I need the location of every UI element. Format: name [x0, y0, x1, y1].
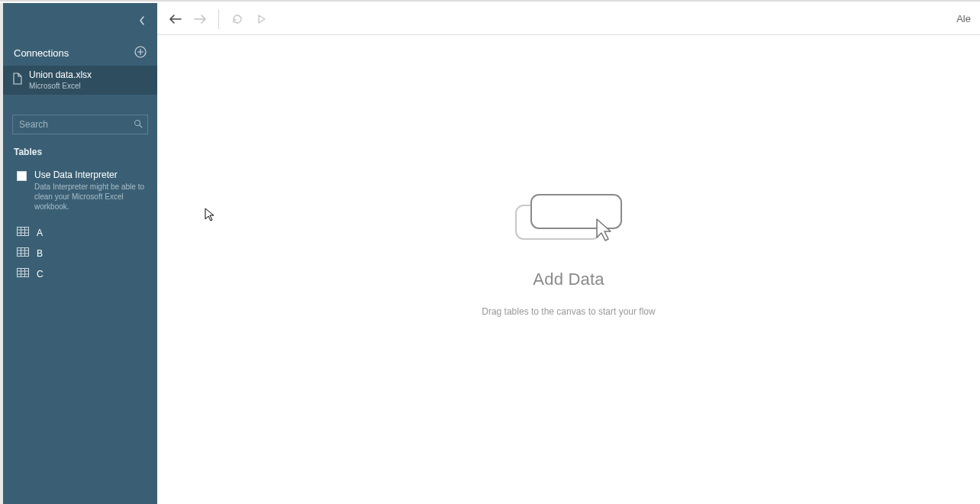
table-list: A B C	[3, 218, 157, 289]
add-connection-button[interactable]	[134, 46, 147, 60]
data-interpreter-option[interactable]: Use Data Interpreter Data Interpreter mi…	[3, 162, 157, 218]
connection-title: Union data.xlsx	[29, 70, 92, 81]
connections-header: Connections	[3, 40, 157, 66]
sidebar: Connections Union data.xlsx Microsoft Ex…	[3, 3, 157, 504]
table-item-a[interactable]: A	[3, 222, 157, 243]
run-button[interactable]	[253, 10, 271, 28]
svg-rect-2	[18, 228, 29, 236]
alerts-label[interactable]: Ale	[956, 13, 971, 24]
table-name: B	[37, 248, 43, 259]
table-name: A	[37, 228, 43, 238]
connection-item[interactable]: Union data.xlsx Microsoft Excel	[3, 66, 157, 95]
table-icon	[17, 247, 29, 259]
canvas-subtitle: Drag tables to the canvas to start your …	[482, 306, 655, 317]
data-interpreter-text: Use Data Interpreter Data Interpreter mi…	[34, 170, 147, 212]
file-icon	[12, 73, 23, 88]
table-icon	[17, 227, 29, 238]
checkbox-icon[interactable]	[17, 171, 27, 181]
forward-button[interactable]	[191, 10, 209, 28]
search-icon	[134, 118, 143, 131]
refresh-button[interactable]	[228, 10, 247, 28]
search-input[interactable]	[19, 119, 134, 130]
svg-point-1	[135, 121, 140, 126]
connection-text: Union data.xlsx Microsoft Excel	[29, 70, 92, 90]
toolbar-separator	[218, 9, 219, 29]
search-wrap	[3, 105, 157, 142]
connection-subtitle: Microsoft Excel	[29, 82, 92, 91]
search-box[interactable]	[12, 115, 148, 134]
collapse-sidebar-bar	[3, 3, 157, 40]
main-area: Ale Add Data Drag tables to the canvas t…	[157, 3, 980, 504]
table-name: C	[37, 269, 44, 279]
drag-tables-icon	[511, 192, 626, 250]
table-icon	[17, 268, 29, 279]
svg-rect-3	[18, 248, 29, 257]
table-item-b[interactable]: B	[3, 243, 157, 263]
tables-label: Tables	[3, 142, 157, 162]
svg-rect-6	[531, 195, 621, 228]
data-interpreter-title: Use Data Interpreter	[34, 170, 147, 180]
data-interpreter-desc: Data Interpreter might be able to clean …	[34, 182, 147, 212]
chevron-left-icon[interactable]	[139, 15, 145, 28]
svg-rect-4	[18, 269, 29, 277]
connections-label: Connections	[14, 47, 69, 59]
table-item-c[interactable]: C	[3, 263, 157, 284]
back-button[interactable]	[166, 10, 185, 28]
flow-canvas[interactable]: Add Data Drag tables to the canvas to st…	[157, 35, 980, 504]
toolbar: Ale	[157, 3, 980, 35]
canvas-title: Add Data	[533, 270, 604, 289]
